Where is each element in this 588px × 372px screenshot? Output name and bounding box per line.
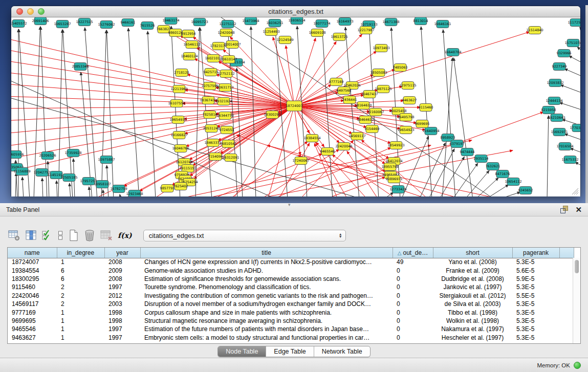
graph-node[interactable]: 10973493 (373, 45, 389, 52)
graph-node[interactable]: 16648784 (444, 49, 461, 56)
graph-node[interactable]: 11156889 (13, 168, 30, 176)
graph-node[interactable]: 6379197 (450, 140, 465, 148)
graph-node[interactable]: 16036251 (266, 19, 283, 27)
graph-node[interactable]: 26605916 (11, 151, 24, 159)
table-row[interactable]: 1456911722003Disruption of a novel membe… (8, 300, 574, 308)
graph-node[interactable]: 18463371 (204, 139, 221, 147)
graph-node[interactable]: 16021012 (205, 55, 222, 62)
graph-node[interactable]: 9724551 (220, 126, 234, 134)
graph-node[interactable]: 9329966 (557, 50, 572, 57)
graph-node[interactable]: 20610147 (220, 56, 237, 63)
graph-node[interactable]: 9777169 (329, 78, 344, 86)
table-row[interactable]: 1872400712008Changes of HCN gene express… (8, 258, 574, 266)
graph-node[interactable]: 18505083 (370, 69, 387, 77)
graph-edge[interactable] (89, 187, 90, 196)
table-row[interactable]: 977716911998Corpus callosum shape and si… (8, 308, 574, 316)
graph-edge[interactable] (564, 69, 580, 78)
graph-node[interactable]: 16210643 (548, 114, 565, 122)
graph-node[interactable]: 9474444 (460, 148, 475, 156)
graph-node[interactable]: 20691406 (32, 17, 49, 25)
graph-node[interactable]: 16046766 (172, 145, 189, 152)
graph-node[interactable]: 2436441 (342, 96, 357, 104)
column-header-short[interactable]: short (433, 248, 512, 258)
graph-node[interactable]: 2718120 (175, 69, 189, 77)
graph-node[interactable]: 18724007 (286, 101, 302, 111)
graph-edge[interactable] (85, 28, 97, 196)
graph-node[interactable]: 12217987 (357, 27, 374, 34)
function-builder-icon[interactable]: f(x) (118, 231, 132, 239)
graph-edge[interactable] (148, 31, 156, 196)
graph-edge[interactable] (580, 27, 580, 37)
show-columns-icon[interactable] (26, 230, 37, 241)
graph-node[interactable]: 12213963 (170, 85, 187, 93)
graph-node[interactable]: 18460124 (181, 53, 198, 60)
column-header-pagerank[interactable]: pagerank (512, 248, 559, 258)
graph-node[interactable]: 8215958 (541, 106, 556, 114)
graph-edge[interactable] (273, 37, 294, 106)
graph-edge[interactable] (570, 148, 580, 155)
graph-node[interactable]: 18077174 (313, 20, 330, 28)
graph-edge[interactable] (277, 143, 310, 196)
graph-edge[interactable] (70, 183, 71, 196)
graph-edge[interactable] (11, 84, 294, 106)
graph-node[interactable]: 9154469 (365, 125, 380, 133)
column-header-name[interactable]: name (8, 248, 57, 258)
new-document-icon[interactable] (69, 229, 79, 242)
network-canvas[interactable]: 1872400715405572206914061065328718227515… (11, 17, 580, 196)
graph-edge[interactable] (42, 178, 43, 196)
graph-node[interactable]: 7825814 (203, 111, 217, 119)
graph-node[interactable]: 6497568 (337, 87, 352, 95)
graph-node[interactable]: 16344770 (216, 112, 233, 120)
graph-node[interactable]: 16810541 (220, 140, 236, 148)
graph-node[interactable]: 14671388 (382, 18, 399, 26)
graph-edge[interactable] (564, 134, 580, 141)
table-row[interactable]: 1830029562008Estimation of significance … (8, 275, 574, 283)
tab-node-table[interactable]: Node Table (218, 346, 266, 357)
graph-node[interactable]: 18367433 (200, 97, 216, 104)
graph-node[interactable]: 18955798 (381, 163, 398, 171)
graph-node[interactable]: 12160067 (367, 108, 384, 116)
graph-node[interactable]: 12505185 (60, 174, 77, 182)
tab-edge-table[interactable]: Edge Table (266, 346, 313, 357)
graph-node[interactable]: 20631713 (216, 84, 233, 92)
graph-edge[interactable] (318, 177, 385, 196)
graph-edge[interactable] (63, 30, 73, 196)
resize-grip[interactable] (572, 188, 578, 194)
graph-edge[interactable] (569, 56, 580, 64)
graph-edge[interactable] (101, 30, 106, 196)
graph-node[interactable]: 10653287 (54, 20, 71, 28)
graph-node[interactable]: 15405572 (11, 20, 27, 28)
graph-node[interactable]: 16095723 (191, 18, 208, 26)
graph-node[interactable]: 10467437 (361, 91, 378, 98)
graph-node[interactable]: 17359928 (64, 149, 81, 157)
graph-node[interactable]: 9699695 (415, 120, 430, 128)
graph-edge[interactable] (56, 181, 57, 196)
graph-edge[interactable] (48, 161, 49, 196)
graph-node[interactable]: 15936514 (288, 17, 305, 25)
graph-node[interactable]: 18164610 (355, 102, 372, 110)
graph-node[interactable]: 16546112 (183, 41, 200, 49)
splitter-handle[interactable]: ▾ (288, 202, 291, 207)
graph-node[interactable]: 12124549 (276, 36, 293, 44)
clear-selection-icon[interactable] (57, 230, 63, 241)
graph-node[interactable]: 16107554 (168, 100, 185, 107)
graph-node[interactable]: 7625402 (173, 183, 188, 190)
graph-node[interactable]: 12275112 (219, 20, 236, 28)
graph-node[interactable]: 16782759 (110, 185, 127, 193)
graph-edge[interactable] (294, 41, 336, 106)
column-header-year[interactable]: year (104, 248, 140, 258)
table-row[interactable]: 969969511998Structural magnetic resonanc… (8, 317, 574, 325)
table-row[interactable]: 2242004622012Investigating the contribut… (8, 292, 574, 300)
graph-node[interactable]: 12093832 (547, 79, 563, 87)
graph-node[interactable]: 17240067 (292, 157, 309, 165)
graph-node[interactable]: 16646161 (434, 20, 451, 28)
graph-node[interactable]: 19654933 (169, 116, 186, 124)
graph-edge[interactable] (442, 58, 452, 196)
graph-node[interactable]: 11254493 (263, 28, 279, 36)
graph-node[interactable]: 7615526 (140, 22, 155, 30)
network-window-titlebar[interactable]: citations_edges.txt (11, 6, 580, 17)
graph-edge[interactable] (560, 85, 580, 94)
table-selector-dropdown[interactable]: citations_edges.txt ▲▼ (143, 230, 346, 242)
graph-node[interactable]: 17703541 (570, 124, 580, 132)
delete-trash-icon[interactable] (84, 229, 95, 242)
